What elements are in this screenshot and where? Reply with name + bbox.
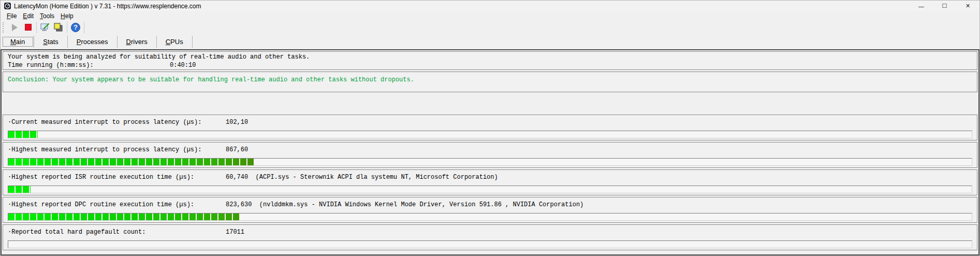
measurement-row: ·Highest reported DPC routine execution … <box>3 197 977 223</box>
menu-item-help[interactable]: Help <box>57 12 77 20</box>
monitor-pen-icon <box>40 22 50 33</box>
spacer <box>2 94 978 114</box>
minimize-icon[interactable]: — <box>910 1 933 11</box>
overlapping-windows-icon <box>53 22 64 33</box>
latency-bar-track <box>8 240 972 248</box>
start-monitor-button[interactable] <box>8 21 21 34</box>
menu-item-tools[interactable]: Tools <box>37 12 57 20</box>
toolbar-gripper[interactable] <box>3 22 5 33</box>
stop-icon <box>25 24 32 31</box>
toolbar-separator <box>67 22 67 33</box>
measurement-row: ·Reported total hard pagefault count: 17… <box>3 224 977 250</box>
tab-drivers[interactable]: Drivers <box>118 36 157 48</box>
stop-monitor-button[interactable] <box>21 21 35 34</box>
analyze-monitor-button[interactable] <box>38 21 52 34</box>
time-running-value: 0:40:10 <box>170 62 196 69</box>
tab-main[interactable]: Main <box>2 36 34 48</box>
latency-bar-track <box>8 131 972 138</box>
play-icon <box>12 24 18 31</box>
measurement-value: 823,630 (nvlddmkm.sys - NVIDIA Windows K… <box>226 201 583 208</box>
latency-bar-fill <box>8 159 255 165</box>
help-button[interactable]: ? <box>69 21 82 34</box>
measurement-row: ·Current measured interrupt to process l… <box>3 115 977 140</box>
measurement-label: ·Highest reported ISR routine execution … <box>8 174 194 181</box>
question-mark-icon: ? <box>71 23 80 32</box>
close-icon[interactable]: ✕ <box>956 1 979 11</box>
time-running-label: Time running (h:mm:ss): <box>8 62 94 69</box>
menu-item-file[interactable]: File <box>4 12 20 20</box>
window-title: LatencyMon (Home Edition ) v 7.31 - http… <box>14 3 201 10</box>
window-controls: — ☐ ✕ <box>910 1 979 11</box>
latency-bar-fill <box>8 131 38 138</box>
tab-processes[interactable]: Processes <box>68 36 118 48</box>
analysis-status-panel: Your system is being analyzed for suitab… <box>3 51 977 70</box>
analysis-status-text: Your system is being analyzed for suitab… <box>8 53 310 61</box>
latency-bar-track <box>8 186 972 193</box>
maximize-icon[interactable]: ☐ <box>933 1 956 11</box>
conclusion-panel: Conclusion: Your system appears to be su… <box>3 72 977 92</box>
latency-bar-track <box>8 213 972 221</box>
menu-bar: FileEditToolsHelp <box>1 11 979 20</box>
measurement-value: 867,60 <box>226 146 248 153</box>
tab-cpus[interactable]: CPUs <box>157 36 193 48</box>
windows-button[interactable] <box>52 21 65 34</box>
measurements-list: ·Current measured interrupt to process l… <box>2 115 978 250</box>
latency-bar-fill <box>8 214 240 220</box>
menu-item-edit[interactable]: Edit <box>20 12 37 20</box>
measurement-row: ·Highest measured interrupt to process l… <box>3 142 977 168</box>
toolbar-separator <box>36 22 37 33</box>
measurement-label: ·Highest reported DPC routine execution … <box>8 201 194 208</box>
measurement-label: ·Current measured interrupt to process l… <box>8 119 201 126</box>
toolbar-separator <box>84 22 84 33</box>
latency-bar-fill <box>8 186 31 193</box>
measurement-row: ·Highest reported ISR routine execution … <box>3 169 977 195</box>
measurement-value: 102,10 <box>226 119 248 126</box>
measurement-label: ·Highest measured interrupt to process l… <box>8 146 201 153</box>
measurement-label: ·Reported total hard pagefault count: <box>8 229 145 236</box>
toolbar: ? <box>1 20 979 34</box>
measurement-value: 60,740 (ACPI.sys - Sterownik ACPI dla sy… <box>226 174 498 181</box>
tab-bar: MainStatsProcessesDriversCPUs <box>1 34 979 49</box>
conclusion-text: Conclusion: Your system appears to be su… <box>8 76 414 83</box>
tab-stats[interactable]: Stats <box>34 36 68 48</box>
latency-bar-track <box>8 158 972 166</box>
main-content-panel: Your system is being analyzed for suitab… <box>1 49 979 255</box>
app-icon <box>4 3 11 9</box>
title-bar: LatencyMon (Home Edition ) v 7.31 - http… <box>1 1 979 11</box>
latencymon-window: LatencyMon (Home Edition ) v 7.31 - http… <box>0 0 980 256</box>
measurement-value: 17011 <box>226 229 244 236</box>
